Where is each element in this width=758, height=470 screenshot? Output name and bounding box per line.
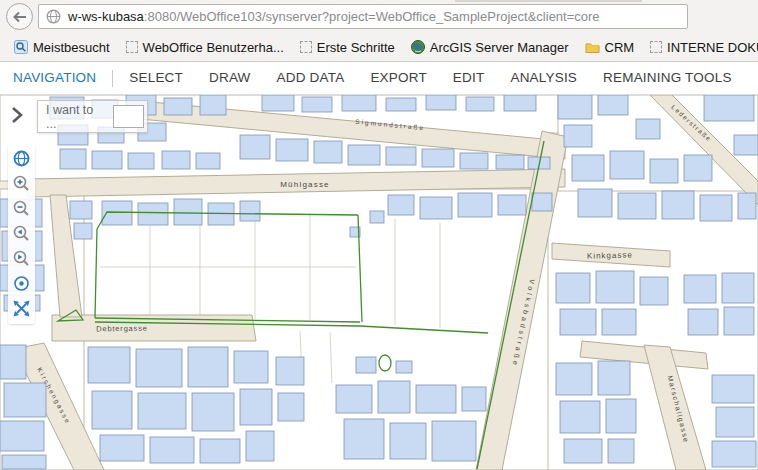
expand-arrows-icon <box>12 299 31 318</box>
tab-separator <box>112 70 113 87</box>
geolocate-button[interactable] <box>10 271 33 296</box>
bookmark-erste-schritte[interactable]: Erste Schritte <box>292 33 403 61</box>
bookmark-label: CRM <box>605 40 635 55</box>
bookmark-label: INTERNE DOKU <box>667 40 758 55</box>
previous-extent-button[interactable] <box>10 221 33 246</box>
bookmark-meistbesucht[interactable]: Meistbesucht <box>6 33 118 61</box>
i-want-to-label: I want to ... <box>38 103 113 131</box>
tab-export[interactable]: EXPORT <box>357 62 439 94</box>
previous-extent-icon <box>12 224 31 243</box>
globe-icon <box>12 149 31 168</box>
bookmark-label: Erste Schritte <box>317 40 395 55</box>
bookmark-weboffice-benutzerhandbuch[interactable]: WebOffice Benutzerha... <box>118 33 292 61</box>
tab-draw[interactable]: DRAW <box>196 62 264 94</box>
zoom-out-button[interactable] <box>10 196 33 221</box>
browser-toolbar: w-ws-kubasa:8080/WebOffice103/synserver?… <box>0 0 758 33</box>
bookmark-label: WebOffice Benutzerha... <box>143 40 284 55</box>
full-extent-globe-button[interactable] <box>10 146 33 171</box>
dashed-placeholder-icon <box>126 41 138 53</box>
zoom-in-button[interactable] <box>10 171 33 196</box>
dashed-placeholder-icon <box>300 41 312 53</box>
dashed-placeholder-icon <box>650 41 662 53</box>
tab-remaining-tools[interactable]: REMAINING TOOLS <box>590 62 745 94</box>
zoom-in-icon <box>12 174 31 193</box>
arcgis-globe-icon <box>411 40 425 54</box>
zoom-full-button[interactable] <box>10 296 33 321</box>
sidebar-expand-button[interactable] <box>8 106 26 126</box>
bookmark-interne-doku[interactable]: INTERNE DOKU <box>642 33 758 61</box>
tab-edit[interactable]: EDIT <box>440 62 498 94</box>
street-label: Mühlgasse <box>280 180 330 189</box>
map-canvas[interactable]: Sigmundstraße Mühlgasse Kinkgasse Debter… <box>0 95 758 470</box>
url-path: :8080/WebOffice103/synserver?project=Web… <box>144 9 600 24</box>
bookmark-label: Meistbesucht <box>33 40 110 55</box>
tab-navigation[interactable]: NAVIGATION <box>0 62 109 94</box>
next-extent-button[interactable] <box>10 246 33 271</box>
geolocate-icon <box>12 274 31 293</box>
bookmark-arcgis-server-manager[interactable]: ArcGIS Server Manager <box>403 33 577 61</box>
map-tools-panel <box>8 143 35 324</box>
most-visited-icon <box>14 40 28 54</box>
map-viewport[interactable]: Sigmundstraße Mühlgasse Kinkgasse Debter… <box>0 95 758 470</box>
bookmark-crm[interactable]: CRM <box>577 33 643 61</box>
next-extent-icon <box>12 249 31 268</box>
i-want-to-input[interactable] <box>113 105 144 128</box>
site-globe-icon <box>46 9 61 24</box>
chevron-right-icon <box>10 106 24 124</box>
weboffice-tab-bar: NAVIGATION SELECT DRAW ADD DATA EXPORT E… <box>0 62 758 95</box>
street-label: Debtergasse <box>96 324 147 334</box>
address-bar[interactable]: w-ws-kubasa:8080/WebOffice103/synserver?… <box>38 4 688 29</box>
i-want-to-panel: I want to ... <box>37 100 148 133</box>
folder-icon <box>585 41 600 54</box>
bookmark-label: ArcGIS Server Manager <box>430 40 569 55</box>
tab-select[interactable]: SELECT <box>116 62 196 94</box>
back-button[interactable] <box>6 3 33 30</box>
tab-add-data[interactable]: ADD DATA <box>264 62 358 94</box>
zoom-out-icon <box>12 199 31 218</box>
url-hostname: w-ws-kubasa <box>68 9 144 24</box>
tab-edge <box>455 0 642 2</box>
back-arrow-icon <box>12 11 27 23</box>
street-label: Kinkgasse <box>587 250 633 261</box>
tab-analysis[interactable]: ANALYSIS <box>497 62 590 94</box>
bookmarks-bar: Meistbesucht WebOffice Benutzerha... Ers… <box>0 33 758 62</box>
